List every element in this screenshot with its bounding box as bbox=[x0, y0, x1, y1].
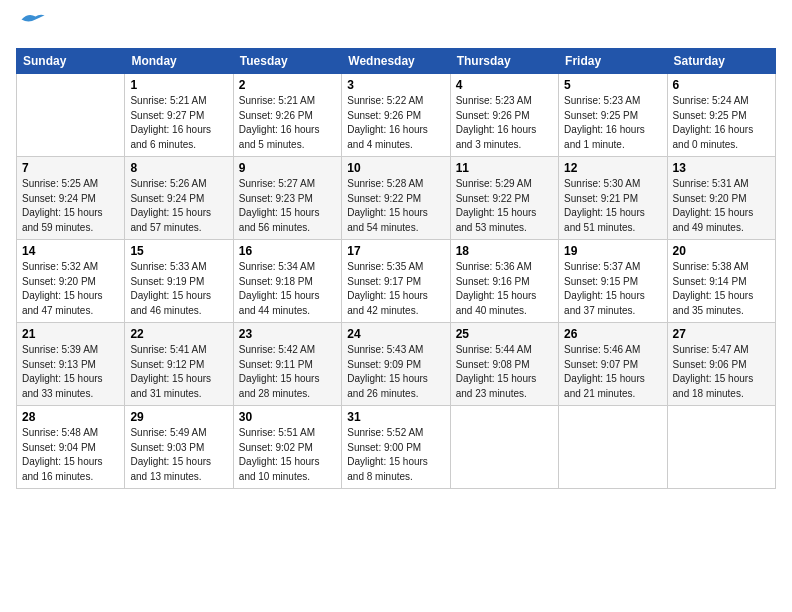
day-number: 4 bbox=[456, 78, 553, 92]
day-info: Sunrise: 5:33 AM Sunset: 9:19 PM Dayligh… bbox=[130, 260, 227, 318]
day-info: Sunrise: 5:51 AM Sunset: 9:02 PM Dayligh… bbox=[239, 426, 336, 484]
day-number: 12 bbox=[564, 161, 661, 175]
day-info: Sunrise: 5:30 AM Sunset: 9:21 PM Dayligh… bbox=[564, 177, 661, 235]
day-info: Sunrise: 5:23 AM Sunset: 9:26 PM Dayligh… bbox=[456, 94, 553, 152]
day-info: Sunrise: 5:21 AM Sunset: 9:26 PM Dayligh… bbox=[239, 94, 336, 152]
calendar-cell: 16Sunrise: 5:34 AM Sunset: 9:18 PM Dayli… bbox=[233, 240, 341, 323]
calendar-cell: 9Sunrise: 5:27 AM Sunset: 9:23 PM Daylig… bbox=[233, 157, 341, 240]
day-info: Sunrise: 5:32 AM Sunset: 9:20 PM Dayligh… bbox=[22, 260, 119, 318]
day-number: 8 bbox=[130, 161, 227, 175]
weekday-header: Wednesday bbox=[342, 49, 450, 74]
calendar-table: SundayMondayTuesdayWednesdayThursdayFrid… bbox=[16, 48, 776, 489]
calendar-cell: 25Sunrise: 5:44 AM Sunset: 9:08 PM Dayli… bbox=[450, 323, 558, 406]
day-number: 6 bbox=[673, 78, 770, 92]
calendar-cell bbox=[667, 406, 775, 489]
calendar-cell: 28Sunrise: 5:48 AM Sunset: 9:04 PM Dayli… bbox=[17, 406, 125, 489]
day-number: 1 bbox=[130, 78, 227, 92]
calendar-cell: 19Sunrise: 5:37 AM Sunset: 9:15 PM Dayli… bbox=[559, 240, 667, 323]
calendar-cell bbox=[559, 406, 667, 489]
day-info: Sunrise: 5:49 AM Sunset: 9:03 PM Dayligh… bbox=[130, 426, 227, 484]
day-number: 2 bbox=[239, 78, 336, 92]
day-info: Sunrise: 5:26 AM Sunset: 9:24 PM Dayligh… bbox=[130, 177, 227, 235]
calendar-cell: 11Sunrise: 5:29 AM Sunset: 9:22 PM Dayli… bbox=[450, 157, 558, 240]
calendar-cell: 2Sunrise: 5:21 AM Sunset: 9:26 PM Daylig… bbox=[233, 74, 341, 157]
day-number: 23 bbox=[239, 327, 336, 341]
calendar-cell: 29Sunrise: 5:49 AM Sunset: 9:03 PM Dayli… bbox=[125, 406, 233, 489]
weekday-header: Monday bbox=[125, 49, 233, 74]
calendar-week-row: 21Sunrise: 5:39 AM Sunset: 9:13 PM Dayli… bbox=[17, 323, 776, 406]
day-info: Sunrise: 5:48 AM Sunset: 9:04 PM Dayligh… bbox=[22, 426, 119, 484]
day-info: Sunrise: 5:52 AM Sunset: 9:00 PM Dayligh… bbox=[347, 426, 444, 484]
calendar-cell: 15Sunrise: 5:33 AM Sunset: 9:19 PM Dayli… bbox=[125, 240, 233, 323]
day-info: Sunrise: 5:46 AM Sunset: 9:07 PM Dayligh… bbox=[564, 343, 661, 401]
day-number: 20 bbox=[673, 244, 770, 258]
day-number: 15 bbox=[130, 244, 227, 258]
calendar-cell: 21Sunrise: 5:39 AM Sunset: 9:13 PM Dayli… bbox=[17, 323, 125, 406]
calendar-header-row: SundayMondayTuesdayWednesdayThursdayFrid… bbox=[17, 49, 776, 74]
day-number: 9 bbox=[239, 161, 336, 175]
day-info: Sunrise: 5:44 AM Sunset: 9:08 PM Dayligh… bbox=[456, 343, 553, 401]
calendar-cell: 4Sunrise: 5:23 AM Sunset: 9:26 PM Daylig… bbox=[450, 74, 558, 157]
calendar-cell: 22Sunrise: 5:41 AM Sunset: 9:12 PM Dayli… bbox=[125, 323, 233, 406]
day-info: Sunrise: 5:25 AM Sunset: 9:24 PM Dayligh… bbox=[22, 177, 119, 235]
calendar-cell: 5Sunrise: 5:23 AM Sunset: 9:25 PM Daylig… bbox=[559, 74, 667, 157]
calendar-cell: 10Sunrise: 5:28 AM Sunset: 9:22 PM Dayli… bbox=[342, 157, 450, 240]
calendar-cell bbox=[17, 74, 125, 157]
calendar-week-row: 28Sunrise: 5:48 AM Sunset: 9:04 PM Dayli… bbox=[17, 406, 776, 489]
day-info: Sunrise: 5:21 AM Sunset: 9:27 PM Dayligh… bbox=[130, 94, 227, 152]
day-number: 7 bbox=[22, 161, 119, 175]
calendar-cell bbox=[450, 406, 558, 489]
day-info: Sunrise: 5:28 AM Sunset: 9:22 PM Dayligh… bbox=[347, 177, 444, 235]
day-number: 16 bbox=[239, 244, 336, 258]
day-number: 31 bbox=[347, 410, 444, 424]
calendar-cell: 30Sunrise: 5:51 AM Sunset: 9:02 PM Dayli… bbox=[233, 406, 341, 489]
day-info: Sunrise: 5:34 AM Sunset: 9:18 PM Dayligh… bbox=[239, 260, 336, 318]
day-number: 17 bbox=[347, 244, 444, 258]
day-number: 3 bbox=[347, 78, 444, 92]
day-info: Sunrise: 5:38 AM Sunset: 9:14 PM Dayligh… bbox=[673, 260, 770, 318]
day-number: 21 bbox=[22, 327, 119, 341]
calendar-week-row: 7Sunrise: 5:25 AM Sunset: 9:24 PM Daylig… bbox=[17, 157, 776, 240]
day-info: Sunrise: 5:47 AM Sunset: 9:06 PM Dayligh… bbox=[673, 343, 770, 401]
calendar-week-row: 1Sunrise: 5:21 AM Sunset: 9:27 PM Daylig… bbox=[17, 74, 776, 157]
calendar-cell: 6Sunrise: 5:24 AM Sunset: 9:25 PM Daylig… bbox=[667, 74, 775, 157]
calendar-cell: 8Sunrise: 5:26 AM Sunset: 9:24 PM Daylig… bbox=[125, 157, 233, 240]
calendar-cell: 20Sunrise: 5:38 AM Sunset: 9:14 PM Dayli… bbox=[667, 240, 775, 323]
weekday-header: Tuesday bbox=[233, 49, 341, 74]
day-number: 5 bbox=[564, 78, 661, 92]
weekday-header: Sunday bbox=[17, 49, 125, 74]
calendar-cell: 18Sunrise: 5:36 AM Sunset: 9:16 PM Dayli… bbox=[450, 240, 558, 323]
logo bbox=[16, 16, 46, 38]
day-info: Sunrise: 5:43 AM Sunset: 9:09 PM Dayligh… bbox=[347, 343, 444, 401]
day-info: Sunrise: 5:31 AM Sunset: 9:20 PM Dayligh… bbox=[673, 177, 770, 235]
day-number: 19 bbox=[564, 244, 661, 258]
day-number: 24 bbox=[347, 327, 444, 341]
calendar-cell: 31Sunrise: 5:52 AM Sunset: 9:00 PM Dayli… bbox=[342, 406, 450, 489]
day-number: 10 bbox=[347, 161, 444, 175]
day-number: 29 bbox=[130, 410, 227, 424]
calendar-cell: 26Sunrise: 5:46 AM Sunset: 9:07 PM Dayli… bbox=[559, 323, 667, 406]
page-header bbox=[16, 16, 776, 38]
day-number: 25 bbox=[456, 327, 553, 341]
calendar-cell: 24Sunrise: 5:43 AM Sunset: 9:09 PM Dayli… bbox=[342, 323, 450, 406]
day-info: Sunrise: 5:36 AM Sunset: 9:16 PM Dayligh… bbox=[456, 260, 553, 318]
day-number: 28 bbox=[22, 410, 119, 424]
day-info: Sunrise: 5:23 AM Sunset: 9:25 PM Dayligh… bbox=[564, 94, 661, 152]
day-info: Sunrise: 5:29 AM Sunset: 9:22 PM Dayligh… bbox=[456, 177, 553, 235]
calendar-week-row: 14Sunrise: 5:32 AM Sunset: 9:20 PM Dayli… bbox=[17, 240, 776, 323]
calendar-cell: 17Sunrise: 5:35 AM Sunset: 9:17 PM Dayli… bbox=[342, 240, 450, 323]
day-info: Sunrise: 5:41 AM Sunset: 9:12 PM Dayligh… bbox=[130, 343, 227, 401]
calendar-cell: 1Sunrise: 5:21 AM Sunset: 9:27 PM Daylig… bbox=[125, 74, 233, 157]
calendar-cell: 13Sunrise: 5:31 AM Sunset: 9:20 PM Dayli… bbox=[667, 157, 775, 240]
day-number: 13 bbox=[673, 161, 770, 175]
day-info: Sunrise: 5:35 AM Sunset: 9:17 PM Dayligh… bbox=[347, 260, 444, 318]
day-number: 14 bbox=[22, 244, 119, 258]
calendar-cell: 12Sunrise: 5:30 AM Sunset: 9:21 PM Dayli… bbox=[559, 157, 667, 240]
day-number: 30 bbox=[239, 410, 336, 424]
day-info: Sunrise: 5:39 AM Sunset: 9:13 PM Dayligh… bbox=[22, 343, 119, 401]
day-info: Sunrise: 5:37 AM Sunset: 9:15 PM Dayligh… bbox=[564, 260, 661, 318]
day-info: Sunrise: 5:42 AM Sunset: 9:11 PM Dayligh… bbox=[239, 343, 336, 401]
weekday-header: Friday bbox=[559, 49, 667, 74]
weekday-header: Thursday bbox=[450, 49, 558, 74]
calendar-cell: 23Sunrise: 5:42 AM Sunset: 9:11 PM Dayli… bbox=[233, 323, 341, 406]
